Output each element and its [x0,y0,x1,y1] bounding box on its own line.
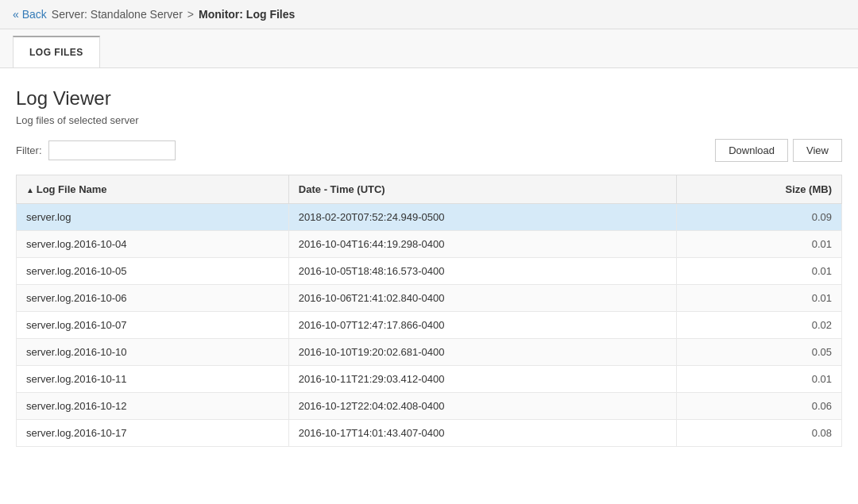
cell-name: server.log.2016-10-10 [17,339,289,366]
main-content: Log Viewer Log files of selected server … [0,68,858,466]
cell-datetime: 2018-02-20T07:52:24.949-0500 [288,204,676,231]
filter-left: Filter: [16,140,176,160]
cell-size: 0.02 [677,312,842,339]
view-button[interactable]: View [793,139,842,162]
cell-size: 0.08 [677,420,842,447]
cell-name: server.log.2016-10-17 [17,420,289,447]
filter-row: Filter: Download View [16,139,842,162]
table-row[interactable]: server.log.2016-10-122016-10-12T22:04:02… [17,393,842,420]
tabs-bar: LOG FILES [0,29,858,68]
cell-datetime: 2016-10-17T14:01:43.407-0400 [288,420,676,447]
table-row[interactable]: server.log.2016-10-072016-10-07T12:47:17… [17,312,842,339]
page-title: Log Viewer [16,87,842,110]
cell-size: 0.06 [677,393,842,420]
cell-name: server.log.2016-10-04 [17,231,289,258]
cell-size: 0.01 [677,231,842,258]
cell-name: server.log.2016-10-11 [17,366,289,393]
table-row[interactable]: server.log2018-02-20T07:52:24.949-05000.… [17,204,842,231]
filter-label: Filter: [16,144,42,156]
cell-datetime: 2016-10-07T12:47:17.866-0400 [288,312,676,339]
cell-datetime: 2016-10-10T19:20:02.681-0400 [288,339,676,366]
cell-name: server.log.2016-10-05 [17,258,289,285]
table-row[interactable]: server.log.2016-10-042016-10-04T16:44:19… [17,231,842,258]
col-header-datetime[interactable]: Date - Time (UTC) [288,175,676,204]
cell-datetime: 2016-10-05T18:48:16.573-0400 [288,258,676,285]
cell-datetime: 2016-10-04T16:44:19.298-0400 [288,231,676,258]
breadcrumb-current: Monitor: Log Files [199,8,295,21]
cell-name: server.log.2016-10-06 [17,285,289,312]
cell-name: server.log [17,204,289,231]
cell-size: 0.01 [677,285,842,312]
table-body: server.log2018-02-20T07:52:24.949-05000.… [17,204,842,447]
back-link[interactable]: « Back [13,8,47,21]
section-subtitle: Log files of selected server [16,114,842,126]
cell-name: server.log.2016-10-07 [17,312,289,339]
table-row[interactable]: server.log.2016-10-062016-10-06T21:41:02… [17,285,842,312]
cell-datetime: 2016-10-06T21:41:02.840-0400 [288,285,676,312]
table-row[interactable]: server.log.2016-10-102016-10-10T19:20:02… [17,339,842,366]
filter-buttons: Download View [715,139,842,162]
breadcrumb-separator: > [187,8,194,21]
cell-size: 0.09 [677,204,842,231]
col-header-name[interactable]: Log File Name [17,175,289,204]
cell-size: 0.05 [677,339,842,366]
filter-input[interactable] [48,140,176,160]
col-header-size[interactable]: Size (MB) [677,175,842,204]
table-row[interactable]: server.log.2016-10-112016-10-11T21:29:03… [17,366,842,393]
cell-size: 0.01 [677,258,842,285]
table-header: Log File Name Date - Time (UTC) Size (MB… [17,175,842,204]
cell-size: 0.01 [677,366,842,393]
breadcrumb-parent: Server: Standalone Server [52,8,183,21]
tab-log-files[interactable]: LOG FILES [13,36,100,67]
table-row[interactable]: server.log.2016-10-052016-10-05T18:48:16… [17,258,842,285]
cell-name: server.log.2016-10-12 [17,393,289,420]
cell-datetime: 2016-10-12T22:04:02.408-0400 [288,393,676,420]
download-button[interactable]: Download [715,139,788,162]
breadcrumb: « Back Server: Standalone Server > Monit… [0,0,858,29]
cell-datetime: 2016-10-11T21:29:03.412-0400 [288,366,676,393]
table-row[interactable]: server.log.2016-10-172016-10-17T14:01:43… [17,420,842,447]
log-table: Log File Name Date - Time (UTC) Size (MB… [16,175,842,447]
